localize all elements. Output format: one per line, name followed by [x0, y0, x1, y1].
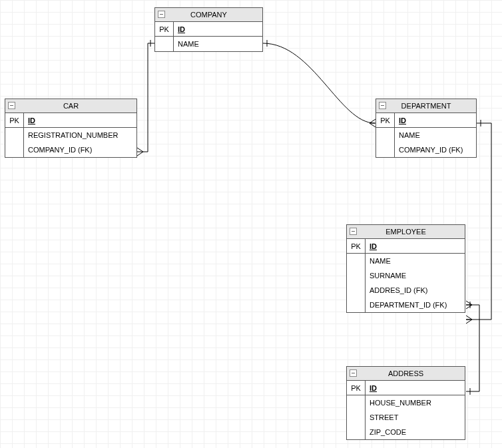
entity-address-header: ADDRESS [347, 367, 465, 381]
pk-field: ID [174, 25, 262, 33]
entity-car-body: REGISTRATION_NUMBER COMPANY_ID (FK) [5, 128, 136, 157]
entity-department[interactable]: DEPARTMENT PK ID NAME COMPANY_ID (FK) [376, 99, 477, 158]
entity-address-pk-row: PK ID [347, 381, 465, 395]
attr: SURNAME [366, 268, 465, 283]
entity-address-body: HOUSE_NUMBER STREET ZIP_CODE [347, 395, 465, 439]
attr: NAME [395, 128, 476, 142]
attr: ADDRES_ID (FK) [366, 283, 465, 298]
entity-company-header: COMPANY [155, 8, 262, 22]
pk-label: PK [155, 22, 174, 36]
attr: ZIP_CODE [366, 425, 465, 439]
attr: NAME [366, 254, 465, 268]
entity-car-title: CAR [63, 102, 79, 110]
pk-label: PK [347, 381, 366, 395]
collapse-icon[interactable] [379, 102, 386, 109]
pk-label: PK [347, 239, 366, 253]
collapse-icon[interactable] [350, 228, 357, 235]
entity-employee-body: NAME SURNAME ADDRES_ID (FK) DEPARTMENT_I… [347, 254, 465, 312]
attr: COMPANY_ID (FK) [24, 142, 136, 157]
entity-company-body: NAME [155, 37, 262, 51]
entity-employee[interactable]: EMPLOYEE PK ID NAME SURNAME ADDRES_ID (F… [346, 224, 465, 313]
entity-car[interactable]: CAR PK ID REGISTRATION_NUMBER COMPANY_ID… [5, 99, 137, 158]
entity-car-header: CAR [5, 99, 136, 113]
collapse-icon[interactable] [158, 11, 165, 18]
pk-label: PK [5, 113, 24, 127]
entity-department-body: NAME COMPANY_ID (FK) [376, 128, 476, 157]
attr: REGISTRATION_NUMBER [24, 128, 136, 142]
attr: DEPARTMENT_ID (FK) [366, 298, 465, 312]
entity-employee-title: EMPLOYEE [385, 228, 426, 236]
entity-department-header: DEPARTMENT [376, 99, 476, 113]
entity-company[interactable]: COMPANY PK ID NAME [154, 7, 263, 52]
pk-field: ID [366, 384, 465, 392]
entity-department-pk-row: PK ID [376, 113, 476, 128]
attr: COMPANY_ID (FK) [395, 142, 476, 157]
pk-field: ID [395, 116, 476, 124]
entity-company-pk-row: PK ID [155, 22, 262, 37]
attr: STREET [366, 410, 465, 425]
attr: NAME [174, 37, 262, 51]
collapse-icon[interactable] [8, 102, 15, 109]
pk-field: ID [24, 116, 136, 124]
attr: HOUSE_NUMBER [366, 395, 465, 410]
entity-address-title: ADDRESS [388, 369, 423, 377]
entity-car-pk-row: PK ID [5, 113, 136, 128]
entity-address[interactable]: ADDRESS PK ID HOUSE_NUMBER STREET ZIP_CO… [346, 366, 465, 440]
entity-employee-pk-row: PK ID [347, 239, 465, 254]
pk-field: ID [366, 242, 465, 250]
collapse-icon[interactable] [350, 369, 357, 377]
entity-company-title: COMPANY [190, 11, 227, 19]
entity-department-title: DEPARTMENT [401, 102, 451, 110]
pk-label: PK [376, 113, 395, 127]
entity-employee-header: EMPLOYEE [347, 225, 465, 239]
